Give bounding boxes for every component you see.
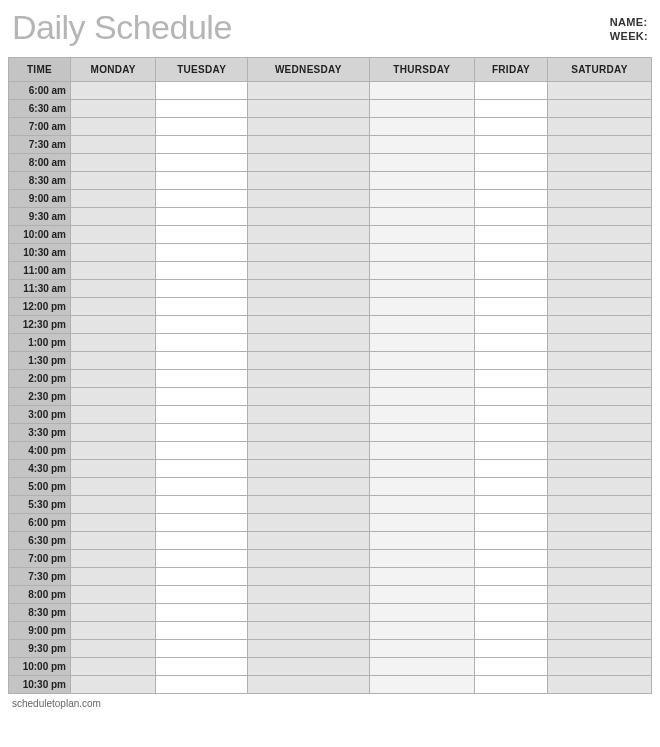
schedule-cell[interactable] — [247, 460, 369, 478]
schedule-cell[interactable] — [548, 496, 652, 514]
schedule-cell[interactable] — [548, 388, 652, 406]
schedule-cell[interactable] — [71, 334, 156, 352]
schedule-cell[interactable] — [71, 478, 156, 496]
schedule-cell[interactable] — [548, 352, 652, 370]
schedule-cell[interactable] — [369, 226, 474, 244]
schedule-cell[interactable] — [548, 406, 652, 424]
schedule-cell[interactable] — [369, 406, 474, 424]
schedule-cell[interactable] — [548, 154, 652, 172]
schedule-cell[interactable] — [369, 568, 474, 586]
schedule-cell[interactable] — [369, 442, 474, 460]
schedule-cell[interactable] — [369, 190, 474, 208]
schedule-cell[interactable] — [156, 514, 248, 532]
schedule-cell[interactable] — [548, 532, 652, 550]
schedule-cell[interactable] — [474, 334, 547, 352]
schedule-cell[interactable] — [156, 154, 248, 172]
schedule-cell[interactable] — [71, 352, 156, 370]
schedule-cell[interactable] — [474, 622, 547, 640]
schedule-cell[interactable] — [548, 460, 652, 478]
schedule-cell[interactable] — [548, 190, 652, 208]
schedule-cell[interactable] — [548, 640, 652, 658]
schedule-cell[interactable] — [369, 352, 474, 370]
schedule-cell[interactable] — [247, 262, 369, 280]
schedule-cell[interactable] — [156, 406, 248, 424]
schedule-cell[interactable] — [247, 298, 369, 316]
schedule-cell[interactable] — [71, 190, 156, 208]
schedule-cell[interactable] — [71, 496, 156, 514]
schedule-cell[interactable] — [369, 640, 474, 658]
schedule-cell[interactable] — [247, 424, 369, 442]
schedule-cell[interactable] — [474, 514, 547, 532]
schedule-cell[interactable] — [156, 622, 248, 640]
schedule-cell[interactable] — [71, 604, 156, 622]
schedule-cell[interactable] — [369, 370, 474, 388]
schedule-cell[interactable] — [71, 226, 156, 244]
schedule-cell[interactable] — [156, 190, 248, 208]
schedule-cell[interactable] — [548, 442, 652, 460]
schedule-cell[interactable] — [247, 190, 369, 208]
schedule-cell[interactable] — [156, 496, 248, 514]
schedule-cell[interactable] — [156, 550, 248, 568]
schedule-cell[interactable] — [247, 478, 369, 496]
schedule-cell[interactable] — [369, 532, 474, 550]
schedule-cell[interactable] — [247, 316, 369, 334]
schedule-cell[interactable] — [71, 460, 156, 478]
schedule-cell[interactable] — [474, 262, 547, 280]
schedule-cell[interactable] — [71, 442, 156, 460]
schedule-cell[interactable] — [369, 460, 474, 478]
schedule-cell[interactable] — [247, 496, 369, 514]
schedule-cell[interactable] — [247, 514, 369, 532]
schedule-cell[interactable] — [548, 100, 652, 118]
schedule-cell[interactable] — [156, 118, 248, 136]
schedule-cell[interactable] — [71, 568, 156, 586]
schedule-cell[interactable] — [474, 280, 547, 298]
schedule-cell[interactable] — [156, 568, 248, 586]
schedule-cell[interactable] — [369, 496, 474, 514]
schedule-cell[interactable] — [369, 676, 474, 694]
schedule-cell[interactable] — [548, 550, 652, 568]
schedule-cell[interactable] — [247, 586, 369, 604]
schedule-cell[interactable] — [474, 154, 547, 172]
schedule-cell[interactable] — [156, 136, 248, 154]
schedule-cell[interactable] — [474, 496, 547, 514]
schedule-cell[interactable] — [156, 658, 248, 676]
schedule-cell[interactable] — [247, 208, 369, 226]
schedule-cell[interactable] — [369, 388, 474, 406]
schedule-cell[interactable] — [548, 658, 652, 676]
schedule-cell[interactable] — [156, 370, 248, 388]
schedule-cell[interactable] — [156, 208, 248, 226]
schedule-cell[interactable] — [548, 622, 652, 640]
schedule-cell[interactable] — [474, 406, 547, 424]
schedule-cell[interactable] — [474, 424, 547, 442]
schedule-cell[interactable] — [156, 82, 248, 100]
schedule-cell[interactable] — [474, 676, 547, 694]
schedule-cell[interactable] — [156, 532, 248, 550]
schedule-cell[interactable] — [474, 550, 547, 568]
schedule-cell[interactable] — [474, 82, 547, 100]
schedule-cell[interactable] — [548, 136, 652, 154]
schedule-cell[interactable] — [369, 280, 474, 298]
schedule-cell[interactable] — [474, 478, 547, 496]
schedule-cell[interactable] — [369, 586, 474, 604]
schedule-cell[interactable] — [156, 352, 248, 370]
schedule-cell[interactable] — [71, 154, 156, 172]
schedule-cell[interactable] — [71, 406, 156, 424]
schedule-cell[interactable] — [247, 352, 369, 370]
schedule-cell[interactable] — [548, 262, 652, 280]
schedule-cell[interactable] — [71, 82, 156, 100]
schedule-cell[interactable] — [474, 352, 547, 370]
schedule-cell[interactable] — [474, 442, 547, 460]
schedule-cell[interactable] — [71, 658, 156, 676]
schedule-cell[interactable] — [369, 622, 474, 640]
schedule-cell[interactable] — [247, 172, 369, 190]
schedule-cell[interactable] — [474, 586, 547, 604]
schedule-cell[interactable] — [247, 280, 369, 298]
schedule-cell[interactable] — [71, 280, 156, 298]
schedule-cell[interactable] — [71, 172, 156, 190]
schedule-cell[interactable] — [156, 244, 248, 262]
schedule-cell[interactable] — [474, 244, 547, 262]
schedule-cell[interactable] — [548, 316, 652, 334]
schedule-cell[interactable] — [247, 676, 369, 694]
schedule-cell[interactable] — [156, 226, 248, 244]
schedule-cell[interactable] — [247, 640, 369, 658]
